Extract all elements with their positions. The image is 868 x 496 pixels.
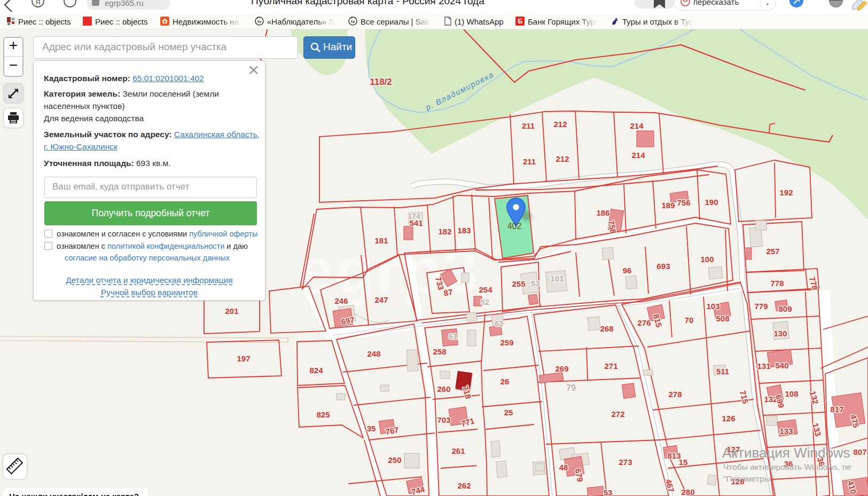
svg-text:100: 100 [700, 255, 714, 264]
svg-text:259: 259 [500, 338, 513, 347]
svg-text:103: 103 [706, 302, 720, 311]
svg-text:48: 48 [559, 463, 568, 472]
svg-text:214: 214 [631, 151, 645, 160]
svg-text:87: 87 [443, 287, 453, 298]
svg-text:Я: Я [35, 0, 40, 6]
svg-text:79: 79 [566, 383, 576, 392]
svg-text:egrp365.ru: egrp365.ru [105, 0, 144, 7]
svg-text:108: 108 [785, 389, 798, 398]
svg-text:133: 133 [779, 427, 793, 436]
svg-text:186: 186 [596, 208, 609, 217]
svg-text:257: 257 [766, 247, 779, 256]
svg-text:63: 63 [495, 319, 503, 328]
svg-text:212: 212 [553, 120, 567, 129]
svg-text:70: 70 [685, 316, 694, 325]
svg-text:261: 261 [451, 446, 465, 455]
svg-text:197: 197 [237, 354, 250, 363]
svg-text:131: 131 [757, 361, 770, 371]
svg-text:190: 190 [705, 198, 718, 207]
svg-text:214: 214 [630, 121, 644, 130]
svg-text:Б: Б [518, 18, 523, 25]
svg-text:пересказать: пересказать [693, 0, 739, 6]
svg-text:246: 246 [334, 296, 348, 305]
svg-text:25: 25 [504, 408, 513, 417]
svg-text:192: 192 [779, 188, 793, 197]
svg-text:540: 540 [775, 361, 788, 370]
svg-text:255: 255 [512, 279, 525, 288]
svg-text:15: 15 [679, 458, 688, 467]
svg-text:247: 247 [374, 295, 388, 304]
svg-text:756: 756 [677, 198, 690, 207]
svg-text:118/2: 118/2 [370, 77, 392, 87]
svg-text:181: 181 [374, 236, 388, 245]
svg-text:61: 61 [449, 332, 458, 341]
svg-text:212: 212 [556, 154, 569, 163]
svg-text:278: 278 [668, 390, 682, 399]
svg-text:126: 126 [722, 414, 735, 423]
svg-text:248: 248 [367, 349, 380, 358]
svg-text:96: 96 [623, 266, 632, 275]
svg-text:269: 269 [555, 364, 568, 373]
svg-text:174: 174 [408, 212, 420, 221]
svg-text:778: 778 [770, 279, 784, 288]
svg-text:779: 779 [754, 302, 768, 311]
svg-text:260: 260 [437, 384, 450, 393]
svg-text:273: 273 [619, 458, 632, 467]
svg-text:35: 35 [367, 424, 376, 433]
svg-text:26: 26 [501, 377, 510, 386]
svg-text:189: 189 [661, 201, 675, 210]
svg-text:211: 211 [522, 121, 535, 130]
svg-text:183: 183 [457, 226, 471, 235]
svg-text:272: 272 [611, 410, 624, 419]
svg-text:693: 693 [656, 262, 670, 271]
svg-text:807: 807 [853, 447, 866, 456]
svg-text:258: 258 [433, 347, 446, 356]
svg-text:52: 52 [481, 298, 489, 306]
svg-text:130: 130 [773, 329, 787, 338]
svg-text:201: 201 [225, 306, 238, 316]
svg-text:276: 276 [637, 318, 651, 327]
svg-text:817: 817 [830, 405, 843, 414]
svg-text:53: 53 [604, 488, 613, 496]
svg-text:703: 703 [437, 415, 450, 424]
svg-text:254: 254 [479, 285, 492, 294]
svg-text:tv: tv [257, 19, 262, 24]
svg-text:280: 280 [681, 487, 694, 496]
svg-text:268: 268 [600, 324, 613, 333]
svg-text:824: 824 [309, 366, 323, 375]
svg-text:511: 511 [716, 367, 729, 376]
svg-text:402: 402 [507, 222, 522, 231]
svg-text:101: 101 [550, 274, 564, 283]
svg-text:Публичная кадастровая карта -: Публичная кадастровая карта - Россия 202… [251, 0, 484, 6]
svg-text:tv: tv [351, 19, 355, 24]
svg-text:825: 825 [316, 410, 330, 419]
svg-text:250: 250 [388, 455, 401, 464]
svg-text:182: 182 [438, 227, 451, 236]
svg-text:262: 262 [457, 481, 471, 490]
svg-text:508: 508 [716, 314, 729, 323]
svg-text:53: 53 [531, 279, 540, 288]
svg-text:809: 809 [778, 304, 792, 313]
svg-text:211: 211 [523, 157, 536, 166]
svg-text:271: 271 [604, 361, 617, 371]
